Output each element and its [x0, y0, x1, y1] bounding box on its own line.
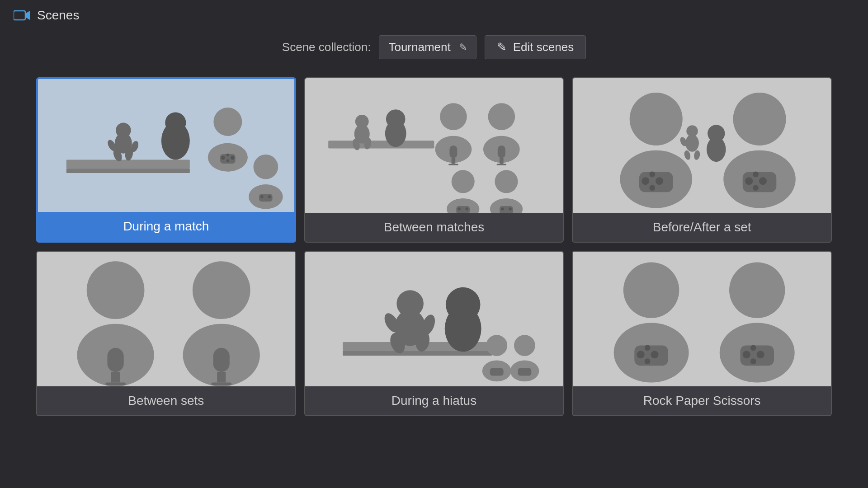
svg-rect-42 [496, 164, 506, 165]
svg-point-32 [385, 120, 406, 147]
svg-point-33 [440, 103, 467, 130]
svg-point-74 [753, 185, 759, 191]
svg-marker-1 [25, 11, 30, 20]
svg-rect-80 [105, 382, 126, 385]
svg-rect-84 [217, 372, 226, 382]
svg-point-52 [509, 207, 511, 210]
collection-name: Tournament [388, 40, 450, 54]
app-title: Scenes [37, 8, 79, 23]
collection-label: Scene collection: [282, 40, 371, 54]
svg-point-115 [757, 351, 764, 358]
svg-point-108 [651, 351, 659, 358]
svg-rect-78 [107, 348, 123, 372]
scene-preview-between-matches [305, 78, 563, 213]
svg-point-117 [750, 358, 756, 364]
svg-point-111 [729, 262, 785, 318]
svg-point-17 [231, 156, 234, 160]
edit-scenes-icon: ✎ [497, 40, 507, 54]
svg-rect-0 [14, 11, 25, 20]
scene-preview-during-a-match [38, 79, 294, 212]
svg-rect-26 [328, 141, 434, 148]
svg-point-71 [745, 177, 753, 185]
svg-point-43 [451, 170, 474, 193]
svg-rect-37 [448, 164, 458, 165]
svg-point-48 [495, 170, 518, 193]
svg-point-68 [733, 93, 786, 145]
svg-rect-79 [111, 372, 120, 382]
svg-rect-99 [490, 368, 503, 376]
svg-point-57 [642, 177, 650, 185]
svg-point-23 [260, 195, 263, 198]
svg-point-81 [193, 261, 250, 319]
scene-label-rock-paper-scissors: Rock Paper Scissors [573, 386, 831, 415]
svg-point-60 [650, 185, 656, 191]
scene-card-between-matches[interactable]: Between matches [304, 77, 564, 243]
svg-point-107 [637, 351, 645, 358]
svg-point-96 [444, 305, 481, 352]
svg-point-62 [685, 135, 699, 152]
svg-point-6 [116, 123, 131, 138]
svg-point-67 [707, 137, 726, 162]
scenes-icon [14, 9, 30, 22]
svg-point-59 [650, 171, 656, 177]
app-header: Scenes [0, 0, 868, 31]
scene-label-during-hiatus: During a hiatus [305, 386, 563, 415]
svg-point-13 [213, 108, 242, 136]
svg-point-38 [488, 103, 515, 130]
scene-card-during-hiatus[interactable]: During a hiatus [304, 251, 564, 416]
svg-point-76 [87, 261, 145, 319]
svg-point-16 [221, 156, 225, 160]
svg-point-54 [630, 93, 683, 145]
svg-point-46 [458, 207, 460, 210]
svg-point-73 [753, 171, 759, 177]
svg-point-58 [656, 177, 663, 185]
svg-rect-88 [343, 351, 492, 356]
svg-point-114 [743, 351, 750, 358]
svg-point-24 [268, 195, 271, 198]
svg-point-116 [750, 345, 756, 351]
collection-name-box[interactable]: Tournament ✎ [379, 35, 476, 59]
edit-collection-name-icon: ✎ [459, 42, 467, 53]
edit-scenes-button[interactable]: ✎ Edit scenes [485, 35, 586, 59]
scene-preview-before-after-set [573, 78, 831, 213]
svg-rect-85 [211, 382, 231, 385]
svg-rect-102 [518, 368, 531, 376]
scene-preview-rock-paper-scissors [573, 252, 831, 386]
svg-point-18 [226, 154, 229, 156]
svg-rect-35 [449, 145, 457, 158]
svg-point-51 [501, 207, 504, 210]
svg-point-97 [486, 335, 507, 356]
scene-label-between-matches: Between matches [305, 213, 563, 242]
svg-point-104 [623, 262, 679, 318]
scene-card-between-sets[interactable]: Between sets [36, 251, 296, 416]
scene-preview-between-sets [37, 252, 295, 386]
svg-point-110 [645, 358, 651, 364]
svg-rect-3 [66, 160, 190, 169]
scene-label-before-after-set: Before/After a set [573, 213, 831, 242]
svg-point-72 [759, 177, 767, 185]
scene-grid: During a match [0, 77, 868, 416]
svg-rect-83 [213, 348, 230, 372]
svg-point-12 [165, 113, 186, 133]
top-bar: Scene collection: Tournament ✎ ✎ Edit sc… [0, 35, 868, 59]
scene-card-before-after-set[interactable]: Before/After a set [572, 77, 832, 243]
scene-label-during-a-match: During a match [38, 212, 294, 241]
svg-point-109 [645, 345, 651, 351]
svg-rect-4 [66, 168, 190, 173]
svg-point-47 [465, 207, 468, 210]
svg-rect-36 [451, 158, 455, 164]
scene-preview-during-hiatus [305, 252, 563, 386]
scene-card-during-a-match[interactable]: During a match [36, 77, 296, 243]
edit-scenes-label: Edit scenes [513, 40, 574, 54]
scene-label-between-sets: Between sets [37, 386, 295, 415]
svg-rect-40 [497, 145, 505, 158]
svg-rect-41 [500, 158, 504, 164]
svg-point-100 [514, 335, 535, 356]
scene-card-rock-paper-scissors[interactable]: Rock Paper Scissors [572, 251, 832, 416]
svg-point-20 [254, 155, 278, 179]
svg-point-19 [226, 159, 229, 162]
